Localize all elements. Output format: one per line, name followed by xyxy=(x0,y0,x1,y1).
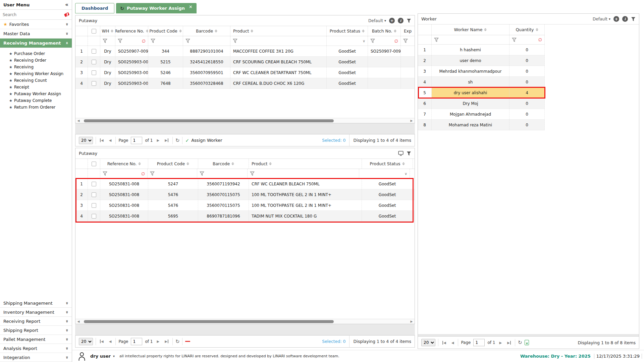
table-row[interactable]: 4sh0 xyxy=(418,77,545,87)
column-header-product-status[interactable]: Product Status xyxy=(362,159,413,169)
select-all-checkbox[interactable] xyxy=(92,29,96,34)
first-page-button[interactable]: ◀ xyxy=(99,138,105,142)
scroll-right-icon[interactable]: ▶ xyxy=(410,119,414,122)
next-page-button[interactable]: ▶ xyxy=(498,341,503,345)
column-header-product[interactable]: Product xyxy=(230,26,327,36)
display-columns-icon[interactable] xyxy=(398,151,404,156)
table-row[interactable]: 4 SO250831-008 5695 8690787181096 TADIM … xyxy=(75,211,415,222)
refresh-button[interactable]: ↻ xyxy=(518,340,522,346)
add-view-button[interactable]: + xyxy=(389,18,395,23)
funnel-icon[interactable] xyxy=(512,38,517,42)
sidebar-item-putaway-worker-assign[interactable]: ★Putaway Worker Assign xyxy=(0,90,72,97)
chevron-down-icon[interactable]: ∨ xyxy=(363,39,365,43)
clear-filter-icon[interactable]: ∅ xyxy=(538,37,542,42)
prev-page-button[interactable]: ◀ xyxy=(108,340,113,343)
row-checkbox[interactable] xyxy=(92,182,96,186)
page-input[interactable] xyxy=(131,137,142,144)
column-header-product[interactable]: Product xyxy=(249,159,362,169)
sidebar-item-receiving-worker-assign[interactable]: ★Receiving Worker Assign xyxy=(0,70,72,77)
clear-search-icon[interactable] xyxy=(64,12,70,17)
scrollbar-thumb[interactable] xyxy=(84,320,334,323)
page-size-select[interactable]: 20 xyxy=(421,339,435,346)
column-header-product-code[interactable]: Product Code xyxy=(148,159,198,169)
scrollbar-track[interactable] xyxy=(80,320,410,323)
sidebar-section-inventory-management[interactable]: Inventory Management» xyxy=(0,308,72,317)
last-page-button[interactable]: ▶ xyxy=(506,341,512,345)
refresh-button[interactable]: ↻ xyxy=(175,339,180,345)
table-row-selected[interactable]: 5dry user alishahi4 xyxy=(418,87,545,98)
table-row[interactable]: 8Mohamad reza Matini0 xyxy=(418,120,545,130)
sidebar-section-receiving-management[interactable]: Receiving Management « xyxy=(0,39,72,48)
row-checkbox[interactable] xyxy=(92,81,96,86)
page-size-select[interactable]: 20 xyxy=(79,338,93,345)
funnel-icon[interactable] xyxy=(200,171,204,176)
row-checkbox[interactable] xyxy=(92,192,96,197)
page-input[interactable] xyxy=(473,339,485,346)
column-header-product-status[interactable]: Product Status xyxy=(327,26,368,36)
column-header-product-code[interactable]: Product Code xyxy=(148,26,183,36)
sidebar-item-receiving-count[interactable]: ★Receiving Count xyxy=(0,77,72,84)
last-page-button[interactable]: ▶ xyxy=(163,138,170,142)
scroll-right-icon[interactable]: ▶ xyxy=(410,320,414,323)
table-row[interactable]: 4 Dry SO0250903-00 7648 3560070328468 CR… xyxy=(75,78,415,89)
filter-icon[interactable] xyxy=(407,18,411,23)
table-row[interactable]: 7Mojgan Ahmadnejad0 xyxy=(418,109,545,120)
sidebar-item-receiving[interactable]: ★Receiving xyxy=(0,64,72,70)
column-header-barcode[interactable]: Barcode xyxy=(183,26,230,36)
funnel-icon[interactable] xyxy=(151,39,155,43)
row-checkbox[interactable] xyxy=(92,49,96,54)
prev-page-button[interactable]: ◀ xyxy=(108,138,113,142)
first-page-button[interactable]: ◀ xyxy=(441,341,447,345)
remove-icon[interactable] xyxy=(185,341,190,342)
funnel-icon[interactable] xyxy=(150,171,155,176)
excel-export-button[interactable]: x xyxy=(525,340,529,345)
column-header-wh[interactable]: WH xyxy=(100,26,115,36)
row-checkbox[interactable] xyxy=(92,70,96,75)
clear-filter-icon[interactable]: ∅ xyxy=(141,171,145,176)
sidebar-section-master-data[interactable]: Master Data » xyxy=(0,29,72,39)
page-input[interactable] xyxy=(131,338,142,345)
sidebar-item-return-from-orderer[interactable]: ★Return From Orderer xyxy=(0,104,72,111)
funnel-icon[interactable] xyxy=(250,171,255,176)
scrollbar-thumb[interactable] xyxy=(84,119,334,122)
collapse-sidebar-icon[interactable]: « xyxy=(65,2,68,8)
first-page-button[interactable]: ◀ xyxy=(99,340,105,343)
sidebar-section-favorites[interactable]: ★ Favorites » xyxy=(0,20,72,29)
funnel-icon[interactable] xyxy=(118,39,122,43)
clear-filter-icon[interactable]: ∅ xyxy=(142,39,146,44)
column-header-reference-no[interactable]: Reference No. xyxy=(100,159,148,169)
sidebar-section-integeration[interactable]: Integeration» xyxy=(0,353,72,362)
table-row[interactable]: 2user demo0 xyxy=(418,55,545,66)
page-size-select[interactable]: 20 xyxy=(79,137,93,144)
table-row[interactable]: 6Dry Moj0 xyxy=(418,98,545,109)
funnel-icon[interactable] xyxy=(185,39,190,43)
add-view-button[interactable]: + xyxy=(613,16,619,22)
last-page-button[interactable]: ▶ xyxy=(163,340,170,343)
row-checkbox[interactable] xyxy=(92,214,96,219)
column-header-worker-name[interactable]: Worker Name xyxy=(432,24,509,35)
column-header-reference-no[interactable]: Reference No. xyxy=(115,26,148,36)
table-row[interactable]: 3 Dry SO0250903-00 5246 3560070959501 CR… xyxy=(75,67,415,78)
table-row[interactable]: 2 SO250831-008 5476 3560070115075 100 ML… xyxy=(75,189,415,200)
info-button[interactable]: i xyxy=(398,18,404,23)
view-selector[interactable]: Default▾ xyxy=(368,18,386,23)
prev-page-button[interactable]: ◀ xyxy=(450,341,455,345)
assign-worker-button[interactable]: ✓Assign Worker xyxy=(185,138,222,143)
column-header-exp[interactable]: Exp xyxy=(401,26,415,36)
view-selector[interactable]: Default▾ xyxy=(593,17,610,21)
info-button[interactable]: i xyxy=(622,16,628,22)
sidebar-item-putaway-complete[interactable]: ★Putaway Complete xyxy=(0,97,72,104)
table-row[interactable]: 2 Dry SO0250903-00 5215 3245412618550 CR… xyxy=(75,57,415,67)
funnel-icon[interactable] xyxy=(434,38,439,42)
sidebar-item-receiving-order[interactable]: ★Receiving Order xyxy=(0,57,72,64)
user-menu-dropdown[interactable]: dry user ▾ xyxy=(90,354,115,359)
filter-icon[interactable] xyxy=(407,151,411,156)
table-row[interactable]: 1 SO250831-008 5247 3560071193942 CRF WC… xyxy=(75,179,415,189)
row-checkbox[interactable] xyxy=(92,203,96,208)
sidebar-section-receiving-report[interactable]: Receiving Report» xyxy=(0,317,72,326)
next-page-button[interactable]: ▶ xyxy=(155,138,161,142)
close-tab-icon[interactable]: ✕ xyxy=(189,4,193,9)
sidebar-item-receipt[interactable]: ★Receipt xyxy=(0,84,72,90)
sidebar-item-purchase-order[interactable]: ★Purchase Order xyxy=(0,50,72,57)
sidebar-section-shipping-management[interactable]: Shipping Management» xyxy=(0,299,72,308)
